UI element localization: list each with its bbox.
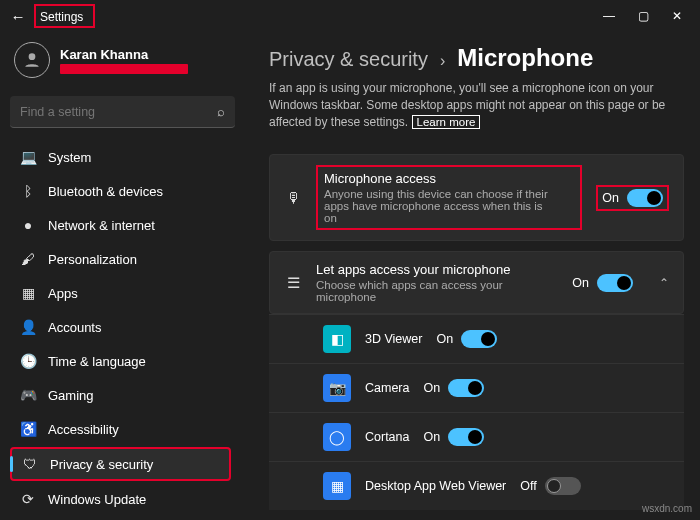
bluetooth-icon: ᛒ (20, 183, 36, 199)
apps-icon: ▦ (20, 285, 36, 301)
sidebar-item-label: Gaming (48, 388, 94, 403)
toggle-app-camera[interactable] (448, 379, 484, 397)
user-account-row[interactable]: Karan Khanna (10, 40, 239, 86)
app-label: 3D Viewer (365, 332, 422, 346)
avatar (14, 42, 50, 78)
app-icon-webviewer: ▦ (323, 472, 351, 500)
toggle-app-cortana[interactable] (448, 428, 484, 446)
toggle-group: On (572, 274, 633, 292)
microphone-icon: 🎙 (284, 189, 302, 206)
app-icon-3d-viewer: ◧ (323, 325, 351, 353)
intro-text: If an app is using your microphone, you'… (269, 80, 684, 130)
maximize-button[interactable]: ▢ (636, 9, 650, 23)
toggle-mic-access[interactable] (627, 189, 663, 207)
list-icon: ☰ (284, 274, 302, 292)
network-icon: ● (20, 217, 36, 233)
breadcrumb: Privacy & security › Microphone (269, 44, 684, 72)
sidebar-item-label: Network & internet (48, 218, 155, 233)
main-content: Privacy & security › Microphone If an ap… (243, 32, 700, 520)
sidebar-item-label: Accounts (48, 320, 101, 335)
toggle-label: On (423, 381, 440, 395)
svg-point-0 (29, 53, 36, 60)
setting-title: Let apps access your microphone (316, 262, 558, 277)
sidebar-item-gaming[interactable]: 🎮Gaming (10, 378, 235, 412)
user-name: Karan Khanna (60, 47, 188, 62)
window-controls: — ▢ ✕ (602, 9, 694, 23)
sidebar-item-label: Bluetooth & devices (48, 184, 163, 199)
sidebar-item-time[interactable]: 🕒Time & language (10, 344, 235, 378)
setting-card-microphone-access: 🎙 Microphone access Anyone using this de… (269, 154, 684, 241)
sidebar-item-label: Windows Update (48, 492, 146, 507)
shield-icon: 🛡 (22, 456, 38, 472)
toggle-label: On (436, 332, 453, 346)
sidebar-item-system[interactable]: 💻System (10, 140, 235, 174)
sidebar-item-privacy[interactable]: 🛡Privacy & security (10, 447, 231, 481)
sidebar-item-update[interactable]: ⟳Windows Update (10, 482, 235, 516)
setting-card-let-apps[interactable]: ☰ Let apps access your microphone Choose… (269, 251, 684, 314)
time-icon: 🕒 (20, 353, 36, 369)
page-title: Microphone (457, 44, 593, 72)
app-label: Camera (365, 381, 409, 395)
sidebar-item-label: Time & language (48, 354, 146, 369)
app-row-desktop-webviewer: ▦ Desktop App Web Viewer Off (269, 461, 684, 510)
gaming-icon: 🎮 (20, 387, 36, 403)
app-icon-cortana: ◯ (323, 423, 351, 451)
minimize-button[interactable]: — (602, 9, 616, 23)
personalization-icon: 🖌 (20, 251, 36, 267)
app-label: Desktop App Web Viewer (365, 479, 506, 493)
app-title: Settings (40, 10, 83, 24)
toggle-app-webviewer[interactable] (545, 477, 581, 495)
sidebar-item-accounts[interactable]: 👤Accounts (10, 310, 235, 344)
sidebar-item-network[interactable]: ●Network & internet (10, 208, 235, 242)
app-title-highlight: Settings (34, 4, 95, 28)
sidebar-item-label: Privacy & security (50, 457, 153, 472)
nav-list: 💻System ᛒBluetooth & devices ●Network & … (10, 140, 239, 520)
setting-subtitle: Choose which apps can access your microp… (316, 279, 546, 303)
sidebar-item-label: Apps (48, 286, 78, 301)
app-row-cortana: ◯ Cortana On (269, 412, 684, 461)
watermark: wsxdn.com (642, 503, 692, 514)
mic-access-highlight: Microphone access Anyone using this devi… (316, 165, 582, 230)
sidebar: Karan Khanna ⌕ 💻System ᛒBluetooth & devi… (0, 32, 243, 520)
system-icon: 💻 (20, 149, 36, 165)
setting-subtitle: Anyone using this device can choose if t… (324, 188, 554, 224)
learn-more-link[interactable]: Learn more (412, 115, 481, 129)
chevron-right-icon: › (440, 52, 445, 70)
close-button[interactable]: ✕ (670, 9, 684, 23)
titlebar: ← Settings — ▢ ✕ (0, 0, 700, 32)
user-email-redacted (60, 64, 188, 74)
accessibility-icon: ♿ (20, 421, 36, 437)
accounts-icon: 👤 (20, 319, 36, 335)
sidebar-item-label: Accessibility (48, 422, 119, 437)
search-input[interactable] (20, 105, 217, 119)
toggle-label: Off (520, 479, 536, 493)
back-button[interactable]: ← (6, 8, 30, 25)
sidebar-item-personalization[interactable]: 🖌Personalization (10, 242, 235, 276)
app-label: Cortana (365, 430, 409, 444)
toggle-label: On (423, 430, 440, 444)
setting-title: Microphone access (324, 171, 574, 186)
chevron-up-icon[interactable]: ⌃ (659, 276, 669, 290)
app-row-camera: 📷 Camera On (269, 363, 684, 412)
toggle-let-apps[interactable] (597, 274, 633, 292)
toggle-label: On (572, 276, 589, 290)
breadcrumb-parent[interactable]: Privacy & security (269, 48, 428, 71)
app-icon-camera: 📷 (323, 374, 351, 402)
mic-access-toggle-highlight: On (596, 185, 669, 211)
sidebar-item-bluetooth[interactable]: ᛒBluetooth & devices (10, 174, 235, 208)
app-row-3d-viewer: ◧ 3D Viewer On (269, 314, 684, 363)
search-icon: ⌕ (217, 104, 225, 119)
search-box[interactable]: ⌕ (10, 96, 235, 128)
update-icon: ⟳ (20, 491, 36, 507)
toggle-label: On (602, 191, 619, 205)
sidebar-item-label: System (48, 150, 91, 165)
sidebar-item-apps[interactable]: ▦Apps (10, 276, 235, 310)
sidebar-item-label: Personalization (48, 252, 137, 267)
toggle-app-3d-viewer[interactable] (461, 330, 497, 348)
sidebar-item-accessibility[interactable]: ♿Accessibility (10, 412, 235, 446)
